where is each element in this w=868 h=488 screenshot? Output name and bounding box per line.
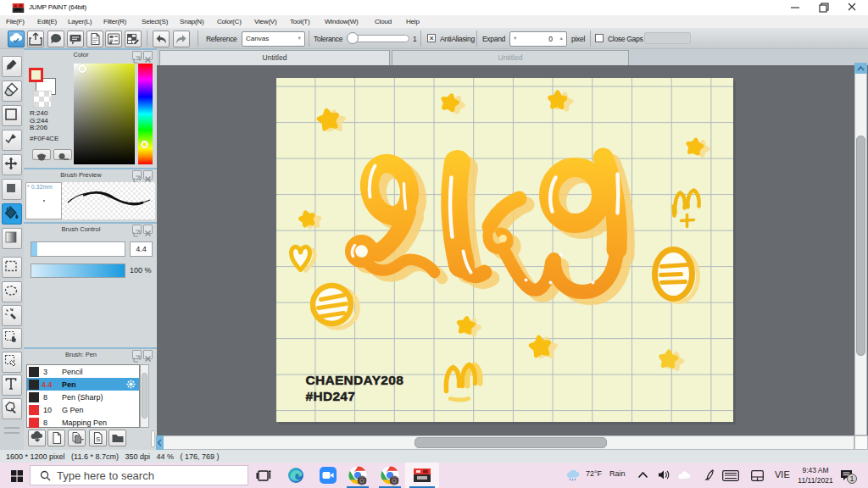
svg-text:S: S bbox=[96, 435, 100, 443]
svg-text:#HD247: #HD247 bbox=[306, 389, 356, 403]
svg-text:CHAENDAY208: CHAENDAY208 bbox=[306, 373, 404, 387]
